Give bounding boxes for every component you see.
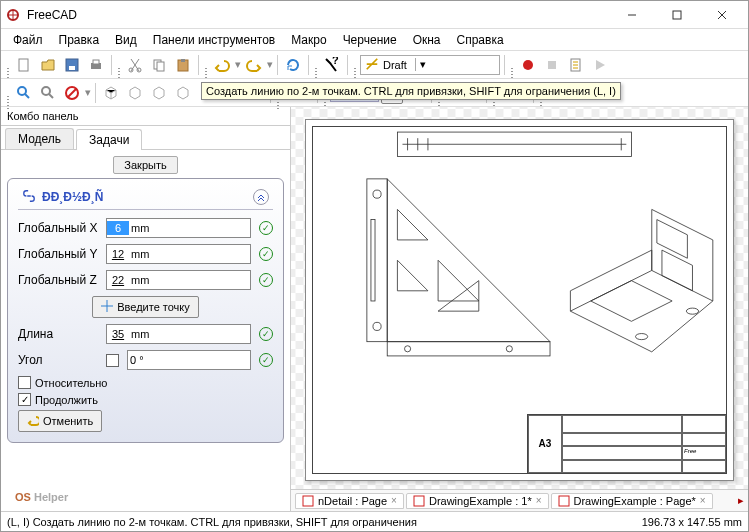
macro-list-button[interactable] — [565, 54, 587, 76]
svg-rect-10 — [157, 62, 164, 71]
svg-rect-25 — [367, 179, 387, 342]
copy-button[interactable] — [148, 54, 170, 76]
zoom-fit-button[interactable] — [13, 82, 35, 104]
macro-record-button[interactable] — [517, 54, 539, 76]
close-button[interactable] — [699, 1, 744, 28]
svg-point-32 — [635, 334, 647, 340]
draft-icon — [365, 57, 379, 73]
svg-rect-34 — [303, 496, 313, 506]
close-tab-icon[interactable]: × — [391, 495, 397, 506]
input-global-z[interactable]: 22mm — [106, 270, 251, 290]
tab-model[interactable]: Модель — [5, 128, 74, 149]
tab-tasks[interactable]: Задачи — [76, 129, 142, 150]
view-right-button[interactable] — [172, 82, 194, 104]
redo-button[interactable] — [243, 54, 265, 76]
help-button[interactable]: ? — [321, 54, 343, 76]
drawing-viewport[interactable]: A3 Free nDetail : Page× DrawingExample :… — [291, 107, 748, 511]
undo-icon — [27, 414, 39, 428]
menu-edit[interactable]: Правка — [51, 31, 108, 49]
statusbar: (L, I) Создать линию по 2-м точкам. CTRL… — [1, 511, 748, 531]
angle-lock-checkbox[interactable] — [106, 354, 119, 367]
cancel-button[interactable]: Отменить — [18, 410, 102, 432]
tooltip: Создать линию по 2-м точкам. CTRL для пр… — [201, 82, 621, 100]
label-angle: Угол — [18, 353, 102, 367]
paper-size: A3 — [528, 415, 562, 473]
collapse-icon[interactable] — [253, 189, 269, 205]
svg-rect-36 — [559, 496, 569, 506]
save-button[interactable] — [61, 54, 83, 76]
close-tab-icon[interactable]: × — [700, 495, 706, 506]
menu-help[interactable]: Справка — [449, 31, 512, 49]
svg-rect-35 — [414, 496, 424, 506]
refresh-button[interactable] — [282, 54, 304, 76]
input-length[interactable]: 35mm — [106, 324, 251, 344]
menu-toolbars[interactable]: Панели инструментов — [145, 31, 283, 49]
menu-file[interactable]: Файл — [5, 31, 51, 49]
toolbar-file: ▾ ▾ ? Draft ▾ — [1, 51, 748, 79]
minimize-button[interactable] — [609, 1, 654, 28]
svg-point-29 — [373, 190, 381, 198]
close-tab-icon[interactable]: × — [536, 495, 542, 506]
svg-rect-1 — [673, 11, 681, 19]
new-button[interactable] — [13, 54, 35, 76]
document-tabs: nDetail : Page× DrawingExample : 1*× Dra… — [291, 489, 748, 511]
svg-rect-12 — [181, 59, 185, 62]
point-icon — [101, 300, 113, 314]
main-area: Комбо панель Модель Задачи Закрыть ÐÐ¸Ð½… — [1, 107, 748, 511]
label-global-z: Глобальный Z — [18, 273, 102, 287]
check-icon[interactable]: ✓ — [259, 327, 273, 341]
menu-macro[interactable]: Макро — [283, 31, 334, 49]
title-block: A3 Free — [527, 414, 727, 474]
macro-play-button[interactable] — [589, 54, 611, 76]
input-global-x[interactable]: 6mm — [106, 218, 251, 238]
continue-checkbox[interactable]: ✓ — [18, 393, 31, 406]
continue-label: Продолжить — [35, 394, 98, 406]
workbench-selector[interactable]: Draft ▾ — [360, 55, 500, 75]
doctab-2[interactable]: DrawingExample : 1*× — [406, 493, 549, 509]
menu-view[interactable]: Вид — [107, 31, 145, 49]
svg-rect-2 — [19, 59, 28, 71]
svg-rect-15 — [548, 61, 556, 69]
macro-stop-button[interactable] — [541, 54, 563, 76]
view-iso-button[interactable] — [100, 82, 122, 104]
doctab-3[interactable]: DrawingExample : Page*× — [551, 493, 713, 509]
svg-rect-4 — [69, 66, 75, 70]
tabs-scroll-icon[interactable]: ▸ — [738, 494, 744, 507]
drawing-content — [316, 128, 723, 433]
window-title: FreeCAD — [27, 8, 609, 22]
open-button[interactable] — [37, 54, 59, 76]
drawing-sheet: A3 Free — [305, 119, 734, 481]
check-icon[interactable]: ✓ — [259, 221, 273, 235]
doctab-1[interactable]: nDetail : Page× — [295, 493, 404, 509]
print-button[interactable] — [85, 54, 107, 76]
check-icon[interactable]: ✓ — [259, 273, 273, 287]
zoom-select-button[interactable] — [37, 82, 59, 104]
svg-text:?: ? — [332, 57, 339, 66]
maximize-button[interactable] — [654, 1, 699, 28]
input-angle[interactable]: 0 ° — [127, 350, 251, 370]
task-body: Закрыть ÐÐ¸Ð½Ð¸Ñ Глобальный X 6mm ✓ Глоб… — [1, 150, 290, 511]
toolbar-view: ▾ ▾ Auto » ▾ » » » Создать линию по 2-м … — [1, 79, 748, 107]
status-coords: 196.73 x 147.55 mm — [642, 516, 742, 528]
menu-windows[interactable]: Окна — [405, 31, 449, 49]
undo-button[interactable] — [211, 54, 233, 76]
input-global-y[interactable]: 12mm — [106, 244, 251, 264]
workbench-label: Draft — [383, 59, 407, 71]
check-icon[interactable]: ✓ — [259, 247, 273, 261]
menu-drawing[interactable]: Черчение — [335, 31, 405, 49]
relative-checkbox[interactable] — [18, 376, 31, 389]
svg-rect-26 — [387, 342, 550, 356]
check-icon[interactable]: ✓ — [259, 353, 273, 367]
combo-panel: Комбо панель Модель Задачи Закрыть ÐÐ¸Ð½… — [1, 107, 291, 511]
cut-button[interactable] — [124, 54, 146, 76]
svg-point-14 — [523, 60, 533, 70]
view-front-button[interactable] — [124, 82, 146, 104]
titlebar: FreeCAD — [1, 1, 748, 29]
no-entry-icon[interactable] — [61, 82, 83, 104]
task-close-button[interactable]: Закрыть — [113, 156, 177, 174]
enter-point-button[interactable]: Введите точку — [92, 296, 199, 318]
watermark: OS Helper — [15, 479, 68, 507]
task-title: ÐÐ¸Ð½Ð¸Ñ — [42, 190, 253, 204]
paste-button[interactable] — [172, 54, 194, 76]
view-top-button[interactable] — [148, 82, 170, 104]
